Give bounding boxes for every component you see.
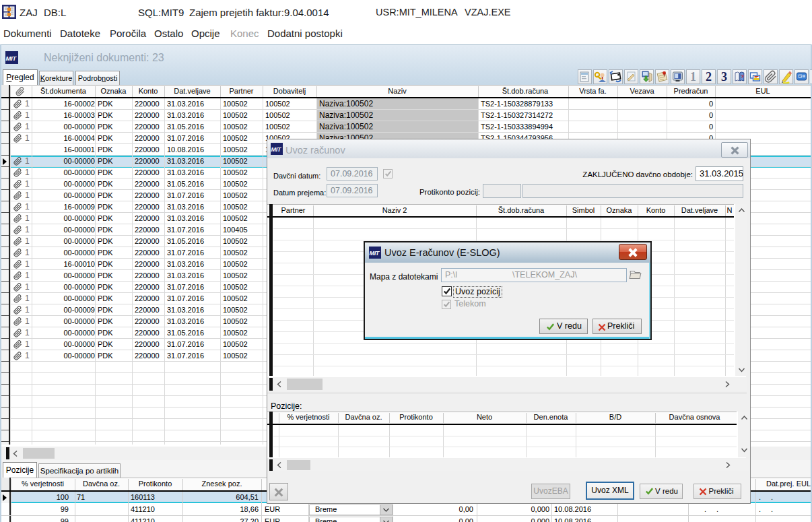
svg-text:?: ? xyxy=(741,73,744,79)
